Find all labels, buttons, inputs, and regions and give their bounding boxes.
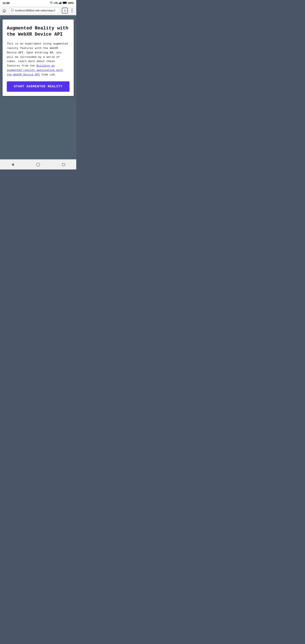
nav-recent-button[interactable]	[59, 160, 68, 169]
browser-chrome: i localhost:8888/ar-with-webxr/step-0 3	[0, 6, 76, 15]
svg-rect-11	[62, 163, 65, 166]
browser-home-button[interactable]	[2, 8, 7, 13]
menu-dot-3	[72, 12, 72, 12]
main-content: Augmented Reality with the WebXR Device …	[0, 15, 76, 159]
card-description: This is an experiment using augmented re…	[7, 42, 70, 77]
svg-rect-1	[60, 2, 60, 4]
svg-point-10	[36, 163, 40, 166]
nav-home-button[interactable]	[34, 160, 42, 169]
status-time: 11:00	[2, 2, 10, 5]
menu-dot-1	[72, 9, 72, 10]
battery-percent: 100%	[68, 2, 74, 4]
svg-text:i: i	[12, 9, 12, 12]
nav-bar	[0, 159, 76, 170]
svg-rect-0	[59, 3, 60, 4]
wifi-icon	[50, 2, 53, 4]
svg-rect-6	[66, 2, 67, 3]
start-ar-button[interactable]: START AUGMENTED REALITY	[7, 81, 70, 92]
svg-marker-9	[12, 163, 14, 166]
url-text: localhost:8888/ar-with-webxr/step-0	[15, 9, 55, 12]
content-card: Augmented Reality with the WebXR Device …	[2, 20, 74, 96]
tab-count: 3	[64, 9, 66, 12]
status-bar: 11:00 LTE	[0, 0, 76, 6]
browser-menu-button[interactable]	[70, 8, 74, 13]
svg-rect-2	[60, 2, 61, 4]
tab-count-button[interactable]: 3	[62, 8, 68, 14]
svg-rect-5	[63, 2, 66, 4]
menu-dot-2	[72, 10, 72, 11]
address-bar[interactable]: i localhost:8888/ar-with-webxr/step-0	[8, 8, 60, 14]
description-text-2: Code Lab.	[40, 73, 56, 76]
svg-rect-3	[62, 2, 62, 4]
info-icon: i	[11, 9, 14, 12]
description-text-1: This is an experiment using augmented re…	[7, 42, 68, 67]
battery-icon	[63, 2, 67, 4]
card-title: Augmented Reality with the WebXR Device …	[7, 26, 70, 38]
signal-icon	[59, 2, 62, 4]
lte-label: LTE	[54, 2, 58, 4]
nav-back-button[interactable]	[8, 160, 17, 169]
status-icons: LTE 100%	[50, 2, 74, 4]
